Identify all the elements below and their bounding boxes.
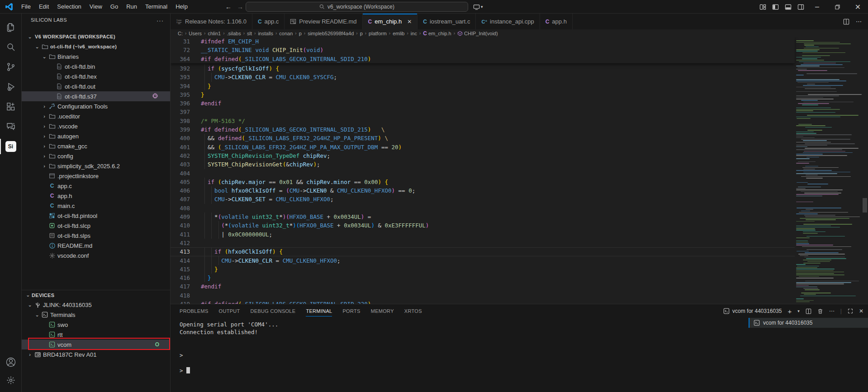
terminal-list-item-vcom-for-440316035[interactable]: vcom for 440316035 — [749, 318, 868, 328]
sidebar-item-autogen[interactable]: ›autogen — [22, 131, 170, 141]
panel-tab-xrtos[interactable]: XRTOS — [404, 304, 422, 318]
device-item-swo[interactable]: swo — [22, 320, 170, 330]
tab-preview-readme-md[interactable]: Preview README.md — [285, 14, 362, 29]
activity-item-account[interactable] — [0, 353, 22, 371]
split-terminal-icon[interactable] — [806, 308, 811, 314]
sidebar-item-v6-workspace-workspace[interactable]: ⌄V6 WORKSPACE (WORKSPACE) — [22, 32, 170, 42]
breadcrumb-chlin1[interactable]: chlin1 — [208, 31, 221, 36]
sidebar-item-configuration-tools[interactable]: ›Configuration Tools — [22, 101, 170, 111]
panel-tab-problems[interactable]: PROBLEMS — [180, 304, 209, 318]
sidebar-item-app-h[interactable]: Capp.h — [22, 191, 170, 201]
panel-tab-terminal[interactable]: TERMINAL — [306, 304, 332, 318]
activity-item-chat[interactable] — [0, 117, 22, 137]
device-item-vcom[interactable]: vcomO — [22, 340, 170, 349]
activity-item-silicon-labs[interactable]: Si — [0, 137, 22, 156]
activity-item-explorer[interactable] — [0, 17, 22, 37]
breadcrumb-installs[interactable]: installs — [258, 31, 273, 36]
sidebar-more-actions-icon[interactable]: ··· — [157, 17, 164, 24]
sidebar-item-ot-cli-ftd-s37[interactable]: 01ot-cli-ftd.s37 — [22, 91, 170, 101]
maximize-panel-icon[interactable] — [848, 308, 853, 314]
kill-terminal-trash-icon[interactable] — [817, 308, 823, 314]
tab-app-h[interactable]: Capp.h — [540, 14, 573, 29]
menu-edit[interactable]: Edit — [35, 2, 53, 12]
sidebar-item-ot-cli-ftd-slps[interactable]: ot-cli-ftd.slps — [22, 231, 170, 241]
sidebar-item-readme-md[interactable]: README.md — [22, 241, 170, 250]
menu-go[interactable]: Go — [106, 2, 122, 12]
panel-tab-ports[interactable]: PORTS — [342, 304, 360, 318]
breadcrumb-simpleb526998f4a4d[interactable]: simpleb526998f4a4d — [308, 31, 354, 36]
sidebar-item-ot-cli-ftd-bin[interactable]: 01ot-cli-ftd.bin — [22, 61, 170, 71]
tab-instance-api-cpp[interactable]: C+instance_api.cpp — [476, 14, 540, 29]
activity-item-run-debug[interactable] — [0, 77, 22, 97]
minimap[interactable] — [795, 37, 862, 304]
sidebar-item-uceditor[interactable]: ›.uceditor — [22, 111, 170, 121]
breadcrumb-c[interactable]: C: — [178, 31, 183, 36]
menu-view[interactable]: View — [85, 2, 106, 12]
terminal-picker-chevron-icon[interactable]: ▾ — [797, 309, 800, 313]
tab-release-notes-1-106-0[interactable]: 12Release Notes: 1.106.0 — [171, 14, 252, 29]
active-terminal-label[interactable]: vcom for 440316035 — [723, 308, 782, 314]
toggle-secondary-sidebar-icon[interactable] — [794, 0, 807, 14]
tab-iostream-uart-c[interactable]: Ciostream_uart.c — [417, 14, 476, 29]
panel-tab-output[interactable]: OUTPUT — [219, 304, 240, 318]
sidebar-item-ot-cli-ftd-slcp[interactable]: ot-cli-ftd.slcp — [22, 221, 170, 231]
more-actions-ellipsis-icon[interactable]: ⋯ — [829, 308, 835, 314]
device-item-terminals[interactable]: ⌄Terminals — [22, 310, 170, 320]
editor-scrollbar[interactable] — [862, 37, 868, 304]
device-item-jlink-440316035[interactable]: ⌄JLINK: 440316035 — [22, 300, 170, 310]
sidebar-item-binaries[interactable]: ⌄Binaries — [22, 52, 170, 61]
close-window-button[interactable]: ✕ — [848, 0, 868, 14]
command-center-search[interactable]: v6_workspace (Workspace) — [246, 2, 468, 12]
sidebar-item-config[interactable]: ›config — [22, 151, 170, 161]
menu-terminal[interactable]: Terminal — [141, 2, 171, 12]
breadcrumb-p[interactable]: p — [299, 31, 302, 36]
menu-selection[interactable]: Selection — [53, 2, 85, 12]
minimize-button[interactable]: – — [807, 0, 827, 14]
sidebar-item-cmake-gcc[interactable]: ›cmake_gcc — [22, 141, 170, 151]
customize-layout-icon[interactable] — [756, 0, 769, 14]
breadcrumb-chip-init-void[interactable]: CHIP_Init(void) — [457, 31, 498, 36]
toggle-panel-icon[interactable] — [782, 0, 794, 14]
sidebar-item-main-c[interactable]: Cmain.c — [22, 201, 170, 211]
sidebar-item-projectlinkstore[interactable]: .projectlinkstore — [22, 171, 170, 181]
panel-tab-memory[interactable]: MEMORY — [371, 304, 394, 318]
scrollbar-slider[interactable] — [863, 198, 867, 213]
breadcrumb-inc[interactable]: inc — [411, 31, 417, 36]
terminal-output[interactable]: Opening serial port 'COM4'...Connection … — [180, 321, 278, 374]
activity-item-source-control[interactable] — [0, 57, 22, 77]
sidebar-item-vscode[interactable]: ›.vscode — [22, 121, 170, 131]
activity-item-search[interactable] — [0, 37, 22, 57]
tab-app-c[interactable]: Capp.c — [252, 14, 285, 29]
devices-section-header[interactable]: ⌄ DEVICES — [22, 290, 170, 300]
menu-file[interactable]: File — [17, 2, 35, 12]
device-item-rtt[interactable]: rtt — [22, 330, 170, 340]
activity-item-extensions[interactable] — [0, 97, 22, 117]
forward-arrow-icon[interactable]: → — [237, 3, 243, 10]
breadcrumb-users[interactable]: Users — [189, 31, 202, 36]
new-terminal-icon[interactable]: + — [788, 307, 792, 315]
sidebar-item-ot-cli-ftd-v6-workspace[interactable]: ⌄ot-cli-ftd (~\v6_workspace) — [22, 42, 170, 52]
breadcrumb-em-chip-h[interactable]: Cem_chip.h — [423, 30, 451, 37]
breadcrumb-emlib[interactable]: emlib — [393, 31, 404, 36]
more-actions-ellipsis-icon[interactable]: ⋯ — [856, 18, 862, 25]
close-panel-icon[interactable]: ✕ — [859, 308, 863, 314]
sidebar-item-ot-cli-ftd-out[interactable]: 01ot-cli-ftd.out — [22, 81, 170, 91]
activity-item-settings[interactable] — [0, 371, 22, 389]
menu-help[interactable]: Help — [171, 2, 192, 12]
device-item-brd4187c-rev-a01[interactable]: ›BRD4187C Rev A01 — [22, 349, 170, 359]
flash-device-chip-icon[interactable] — [152, 93, 158, 99]
breadcrumb-slt[interactable]: slt — [247, 31, 252, 36]
restore-button[interactable] — [827, 0, 848, 14]
breadcrumb-p[interactable]: p — [360, 31, 363, 36]
panel-tab-debug-console[interactable]: DEBUG CONSOLE — [251, 304, 296, 318]
breadcrumb-silabs[interactable]: .silabs — [227, 31, 241, 36]
remote-window-control[interactable]: ▾ — [473, 0, 483, 14]
menu-run[interactable]: Run — [122, 2, 141, 12]
sidebar-item-vscode-conf[interactable]: vscode.conf — [22, 250, 170, 260]
breadcrumb-platform[interactable]: platform — [369, 31, 387, 36]
tab-em-chip-h[interactable]: Cem_chip.h✕ — [363, 14, 418, 29]
split-editor-icon[interactable] — [843, 19, 849, 25]
sidebar-item-ot-cli-ftd-pintool[interactable]: ot-cli-ftd.pintool — [22, 211, 170, 221]
toggle-primary-sidebar-icon[interactable] — [769, 0, 782, 14]
sidebar-item-ot-cli-ftd-hex[interactable]: 01ot-cli-ftd.hex — [22, 71, 170, 81]
